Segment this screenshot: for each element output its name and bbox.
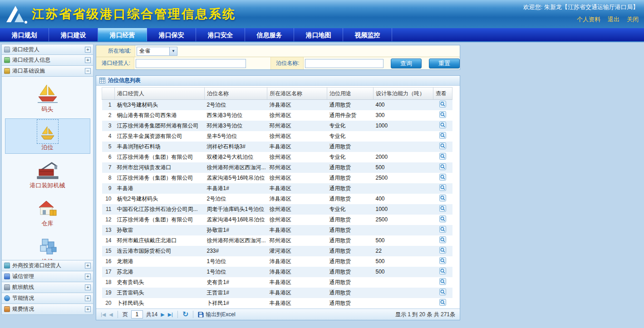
- sidebar-bottom-item-0[interactable]: 外商投资港口经营人+: [1, 260, 93, 271]
- facility-item-2[interactable]: 港口装卸机械: [5, 157, 90, 192]
- table-row[interactable]: 7邳州市岔河镇贵发港口徐州港邳州港区西泇河...邳州港区通用散货500: [102, 162, 452, 173]
- table-row[interactable]: 19王晋雷码头王晋雷1#丰县港区通用散货: [102, 288, 452, 298]
- table-row[interactable]: 3江苏徐州港务集团邳州港有限公司邳州港3号泊位邳州港区专业化1000: [102, 121, 452, 131]
- collapse-icon[interactable]: −: [85, 68, 91, 74]
- sidebar-bottom-item-1[interactable]: 诚信管理+: [1, 271, 93, 282]
- view-icon[interactable]: [439, 205, 446, 212]
- view-icon[interactable]: [439, 195, 446, 201]
- expand-icon[interactable]: +: [85, 57, 91, 63]
- berth-name-input[interactable]: [305, 59, 383, 68]
- first-page-icon[interactable]: |◀: [101, 312, 106, 318]
- table-row[interactable]: 15连云港市国际货柜公司233#灌河港区通用散货22: [102, 246, 452, 256]
- facility-item-0[interactable]: 码头: [5, 80, 90, 116]
- expand-icon[interactable]: +: [85, 47, 91, 53]
- view-icon[interactable]: [439, 278, 446, 285]
- view-icon[interactable]: [439, 142, 446, 149]
- nav-tab-5[interactable]: 信息服务: [245, 28, 294, 41]
- view-cell: [433, 162, 452, 173]
- view-icon[interactable]: [439, 111, 446, 118]
- header-link-0[interactable]: 个人资料: [577, 15, 600, 24]
- nav-tab-0[interactable]: 港口规划: [0, 28, 49, 41]
- sidebar-item-2[interactable]: 港口基础设施−: [1, 66, 93, 77]
- nav-tab-6[interactable]: 港口地图: [294, 28, 343, 41]
- last-page-icon[interactable]: ▶|: [168, 312, 173, 318]
- energy-icon: [4, 295, 10, 301]
- cell-usage: 通用散货: [327, 162, 374, 173]
- nav-tab-4[interactable]: 港口安全: [196, 28, 245, 41]
- view-icon[interactable]: [439, 215, 446, 222]
- table-row[interactable]: 11中国石化江苏徐州石油分公司周...周老千油库码头1号泊位徐州港区专业化100…: [102, 204, 452, 215]
- filter-row-search: 港口经营人: 泊位名称: 查询 重置: [96, 57, 460, 69]
- reset-button[interactable]: 重置: [429, 59, 460, 69]
- table-row[interactable]: 13孙敬雷孙敬雷1#丰县港区通用散货: [102, 225, 452, 235]
- column-header-0[interactable]: 港口经营人: [115, 88, 205, 100]
- view-icon[interactable]: [439, 163, 446, 170]
- column-header-4[interactable]: 设计靠泊能力（吨）: [374, 88, 433, 100]
- table-row[interactable]: 2铜山港务有限公司西朱港西朱港3号泊位徐州港区通用件杂货300: [102, 110, 452, 121]
- nav-tab-3[interactable]: 港口保安: [147, 28, 196, 41]
- table-row[interactable]: 17苏北港1号泊位沛县港区通用散货500: [102, 267, 452, 277]
- table-row[interactable]: 12江苏徐州港务（集团）有限公司孟家沟港4号16吨吊泊位徐州港区通用散货2500: [102, 215, 452, 225]
- view-icon[interactable]: [439, 226, 446, 233]
- view-icon[interactable]: [439, 174, 446, 181]
- view-icon[interactable]: [439, 257, 446, 264]
- prev-page-icon[interactable]: ◀: [109, 312, 113, 318]
- table-row[interactable]: 16龙潮港1号泊位沛县港区通用散货500: [102, 256, 452, 267]
- facility-item-1[interactable]: 泊位: [5, 118, 90, 154]
- column-header-1[interactable]: 泊位名称: [205, 88, 267, 100]
- expand-icon[interactable]: +: [85, 274, 91, 279]
- view-icon[interactable]: [439, 236, 446, 243]
- nav-tab-1[interactable]: 港口建设: [49, 28, 98, 41]
- sidebar-bottom-item-2[interactable]: 航班航线+: [1, 282, 93, 293]
- table-row[interactable]: 9丰县港丰县港1#丰县港区通用散货: [102, 183, 452, 194]
- sidebar-item-1[interactable]: 港口经营人信息+: [1, 55, 93, 66]
- table-row[interactable]: 6江苏徐州港务（集团）有限公司双楼港2号大机泊位徐州港区专业化2000: [102, 152, 452, 162]
- table-row[interactable]: 8江苏徐州港务（集团）有限公司孟家沟港5号16吨吊泊位徐州港区通用散货2500: [102, 173, 452, 183]
- expand-icon[interactable]: +: [85, 295, 91, 301]
- expand-icon[interactable]: +: [85, 263, 91, 269]
- region-select[interactable]: 全省 ▼: [137, 47, 177, 56]
- page-input[interactable]: [131, 310, 143, 318]
- view-cell: [433, 194, 452, 204]
- query-button[interactable]: 查询: [391, 59, 422, 69]
- view-icon[interactable]: [439, 101, 446, 108]
- view-icon[interactable]: [439, 289, 446, 295]
- column-header-5[interactable]: 查看: [433, 88, 452, 100]
- table-row[interactable]: 10杨屯2号建材码头2号泊位沛县港区通用散货400: [102, 194, 452, 204]
- view-icon[interactable]: [439, 153, 446, 160]
- next-page-icon[interactable]: ▶: [161, 312, 164, 318]
- nav-tab-7[interactable]: 视频监控: [343, 28, 392, 41]
- cell-berth: 邳州港3号泊位: [205, 121, 267, 131]
- cell-operator: 邳州市戴庄镇戴庄北港口: [115, 235, 205, 246]
- header-link-2[interactable]: 关闭: [627, 15, 639, 24]
- facility-item-3[interactable]: 仓库: [5, 195, 90, 230]
- table-row[interactable]: 18史有贵码头史有贵1#丰县港区通用散货: [102, 277, 452, 288]
- table-row[interactable]: 1杨屯3号建材码头2号泊位沛县港区通用散货400: [102, 100, 452, 110]
- column-header-3[interactable]: 泊位用途: [327, 88, 374, 100]
- table-row[interactable]: 14邳州市戴庄镇戴庄北港口徐州港邳州港区西泇河...邳州港区通用散货500: [102, 235, 452, 246]
- operator-input[interactable]: [136, 59, 246, 68]
- facility-item-4[interactable]: 堆场: [5, 233, 90, 260]
- export-excel-button[interactable]: 输出到Excel: [198, 311, 235, 318]
- column-header-2[interactable]: 所在港区名称: [267, 88, 327, 100]
- table-row[interactable]: 20卜祥民码头卜祥民1#丰县港区通用散货: [102, 298, 452, 308]
- refresh-icon[interactable]: ↻: [182, 311, 188, 318]
- sidebar-item-0[interactable]: 港口经营人+: [1, 44, 93, 55]
- sidebar-bottom-item-3[interactable]: 节能情况+: [1, 293, 93, 304]
- sidebar-bottom-item-4[interactable]: 规费情况+: [1, 304, 93, 315]
- view-icon[interactable]: [439, 247, 446, 254]
- sidebar-bottom-group: 外商投资港口经营人+诚信管理+航班航线+节能情况+规费情况+: [1, 260, 93, 315]
- nav-tab-2[interactable]: 港口经营: [98, 28, 147, 41]
- expand-icon[interactable]: +: [85, 284, 91, 290]
- header-link-1[interactable]: 退出: [608, 15, 619, 24]
- view-icon[interactable]: [439, 132, 446, 139]
- star-icon: [4, 274, 10, 279]
- view-cell: [433, 183, 452, 194]
- table-row[interactable]: 4江苏呈丰金属资源有限公司呈丰5号泊位徐州港区专业化: [102, 131, 452, 142]
- view-icon[interactable]: [439, 299, 446, 306]
- expand-icon[interactable]: +: [85, 306, 91, 312]
- view-icon[interactable]: [439, 184, 446, 191]
- table-row[interactable]: 5丰县润翔砂石料场润祥砂石料场3#丰县港区通用散货: [102, 142, 452, 152]
- view-icon[interactable]: [439, 122, 446, 128]
- view-icon[interactable]: [439, 268, 446, 274]
